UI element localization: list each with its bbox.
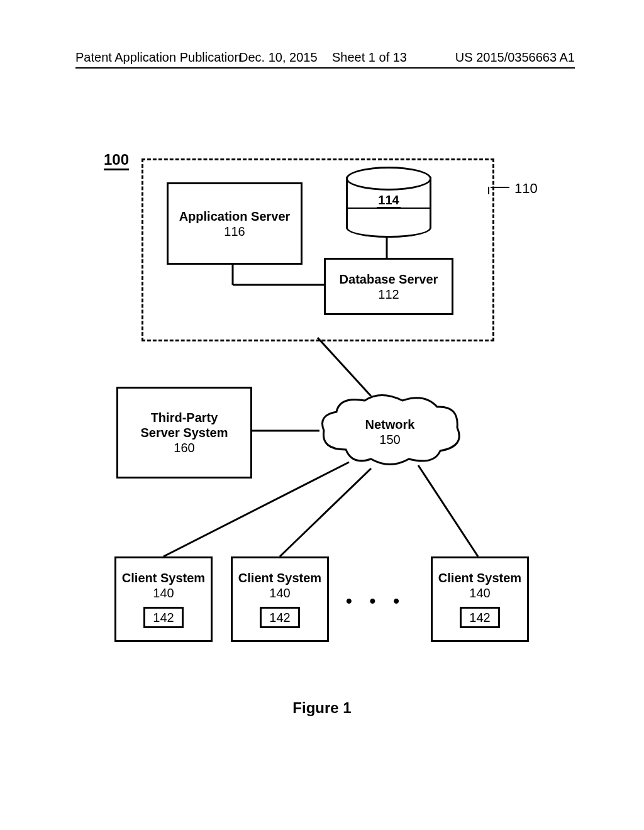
svg-line-7: [418, 465, 478, 556]
ellipsis: • • •: [346, 591, 406, 611]
client-component-142: 142: [460, 607, 499, 628]
client-num: 140: [269, 585, 290, 600]
client-system-1: Client System 140 142: [114, 556, 213, 642]
client-num: 140: [153, 585, 174, 600]
svg-line-3: [318, 338, 371, 396]
application-server-box: Application Server 116: [167, 182, 303, 265]
client-title: Client System: [238, 570, 321, 585]
database-ref-114: 114: [346, 193, 431, 209]
cylinder-top: [346, 167, 431, 191]
network-title: Network: [318, 417, 462, 432]
network-cloud: Network 150: [318, 393, 462, 468]
client-num: 140: [469, 585, 490, 600]
header-pubnum: US 2015/0356663 A1: [455, 50, 575, 65]
ref-110: 110: [514, 180, 538, 197]
application-server-num: 116: [224, 224, 245, 239]
application-server-title: Application Server: [179, 209, 291, 224]
client-component-142: 142: [260, 607, 299, 628]
third-party-num: 160: [174, 440, 194, 455]
cylinder-bottom: [346, 216, 431, 238]
client-system-3: Client System 140 142: [431, 556, 529, 642]
page: Patent Application Publication Dec. 10, …: [0, 0, 644, 830]
database-server-num: 112: [378, 287, 399, 302]
database-server-title: Database Server: [340, 272, 438, 287]
diagram-area: 110 114 Application Server 116 Database …: [75, 148, 572, 663]
third-party-server-box: Third-Party Server System 160: [116, 387, 252, 479]
page-header: Patent Application Publication Dec. 10, …: [75, 50, 575, 69]
network-num: 150: [318, 432, 462, 447]
database-server-box: Database Server 112: [324, 258, 453, 315]
header-publication-type: Patent Application Publication: [75, 50, 242, 64]
third-party-title: Third-Party Server System: [141, 410, 228, 440]
ref-110-leader-v: [488, 187, 489, 194]
header-date: Dec. 10, 2015: [239, 50, 318, 65]
client-component-142: 142: [143, 607, 183, 628]
header-sheet: Sheet 1 of 13: [332, 50, 407, 65]
database-cylinder: 114: [346, 167, 428, 236]
network-label: Network 150: [318, 417, 462, 447]
client-title: Client System: [122, 570, 205, 585]
client-title: Client System: [438, 570, 521, 585]
figure-label: Figure 1: [0, 699, 644, 717]
ref-110-leader-h: [491, 187, 509, 188]
client-system-2: Client System 140 142: [231, 556, 329, 642]
svg-line-6: [280, 468, 371, 556]
